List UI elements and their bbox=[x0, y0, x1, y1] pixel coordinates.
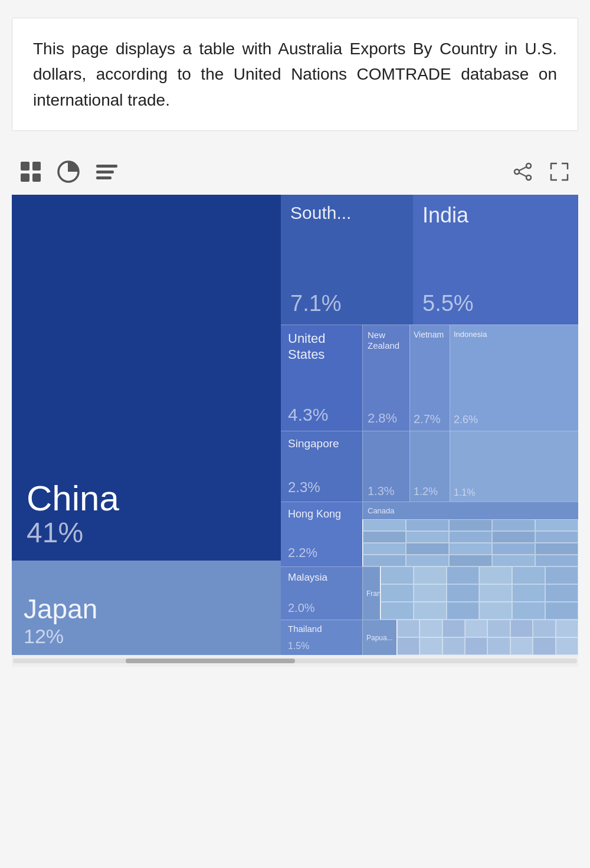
list-item[interactable] bbox=[510, 620, 533, 637]
list-item[interactable] bbox=[406, 519, 449, 531]
small1-pct: 1.3% bbox=[368, 484, 395, 498]
list-item[interactable] bbox=[492, 519, 535, 531]
list-item[interactable] bbox=[535, 531, 578, 543]
col-china: China 41% Japan 12% bbox=[12, 195, 281, 655]
list-item[interactable] bbox=[449, 555, 492, 566]
japan-pct: 12% bbox=[24, 625, 269, 648]
cell-malaysia[interactable]: Malaysia 2.0% bbox=[281, 566, 362, 620]
list-item[interactable] bbox=[492, 531, 535, 543]
list-item[interactable] bbox=[406, 531, 449, 543]
cell-china[interactable]: China 41% bbox=[12, 195, 281, 561]
cell-small-3[interactable]: 1.1% bbox=[450, 431, 578, 502]
list-item[interactable] bbox=[535, 555, 578, 566]
share-icon[interactable] bbox=[513, 162, 533, 182]
list-item[interactable] bbox=[447, 566, 480, 584]
list-item[interactable] bbox=[397, 637, 419, 655]
scrollbar-area[interactable] bbox=[12, 655, 578, 667]
list-item[interactable] bbox=[487, 637, 510, 655]
list-item[interactable] bbox=[479, 566, 512, 584]
cell-india[interactable]: India 5.5% bbox=[413, 195, 578, 325]
list-item[interactable] bbox=[363, 531, 406, 543]
list-item[interactable] bbox=[465, 637, 487, 655]
list-item[interactable] bbox=[487, 620, 510, 637]
cell-hk[interactable]: Hong Kong 2.2% bbox=[281, 502, 362, 566]
row-hk: Hong Kong 2.2% Canada bbox=[281, 502, 578, 566]
expand-icon[interactable] bbox=[549, 162, 569, 182]
list-item[interactable] bbox=[533, 620, 555, 637]
cell-small-1[interactable]: 1.3% bbox=[362, 431, 409, 502]
list-item[interactable] bbox=[492, 543, 535, 555]
list-item[interactable] bbox=[535, 543, 578, 555]
vietnam-pct: 2.7% bbox=[414, 412, 446, 426]
vietnam-label: Vietnam bbox=[414, 330, 446, 339]
row-thailand: Thailand 1.5% Papua... bbox=[281, 620, 578, 655]
cell-canada[interactable]: Canada bbox=[362, 502, 578, 519]
cell-indonesia[interactable]: Indonesia 2.6% bbox=[450, 325, 578, 431]
list-item[interactable] bbox=[535, 519, 578, 531]
list-item[interactable] bbox=[406, 543, 449, 555]
cell-us[interactable]: United States 4.3% bbox=[281, 325, 362, 431]
description-text: This page displays a table with Australi… bbox=[33, 36, 557, 113]
list-item[interactable] bbox=[419, 620, 442, 637]
list-item[interactable] bbox=[397, 620, 419, 637]
list-item[interactable] bbox=[479, 602, 512, 620]
list-item[interactable] bbox=[510, 637, 533, 655]
list-item[interactable] bbox=[414, 584, 447, 602]
list-item[interactable] bbox=[363, 543, 406, 555]
list-item[interactable] bbox=[363, 519, 406, 531]
list-item[interactable] bbox=[492, 555, 535, 566]
list-view-icon[interactable] bbox=[96, 165, 117, 179]
hk-label: Hong Kong bbox=[288, 508, 355, 520]
pie-chart-icon[interactable] bbox=[57, 161, 80, 183]
cell-small-2[interactable]: 1.2% bbox=[409, 431, 450, 502]
cell-thailand[interactable]: Thailand 1.5% bbox=[281, 620, 362, 655]
cell-nz[interactable]: New Zealand 2.8% bbox=[362, 325, 409, 431]
indonesia-label: Indonesia bbox=[454, 330, 575, 339]
list-item[interactable] bbox=[545, 584, 578, 602]
list-item[interactable] bbox=[512, 584, 545, 602]
list-item[interactable] bbox=[414, 566, 447, 584]
cell-france[interactable]: France bbox=[362, 566, 380, 620]
china-label: China bbox=[27, 481, 266, 516]
list-item[interactable] bbox=[442, 620, 465, 637]
cell-singapore[interactable]: Singapore 2.3% bbox=[281, 431, 362, 502]
cell-thailand-grid bbox=[396, 620, 578, 655]
list-item[interactable] bbox=[381, 584, 414, 602]
list-item[interactable] bbox=[512, 566, 545, 584]
cell-japan[interactable]: Japan 12% bbox=[12, 561, 281, 655]
list-item[interactable] bbox=[381, 566, 414, 584]
list-item[interactable] bbox=[449, 543, 492, 555]
list-item[interactable] bbox=[556, 620, 578, 637]
list-item[interactable] bbox=[414, 602, 447, 620]
singapore-label: Singapore bbox=[288, 437, 355, 450]
list-item[interactable] bbox=[447, 584, 480, 602]
svg-point-4 bbox=[526, 175, 531, 180]
list-item[interactable] bbox=[449, 519, 492, 531]
list-item[interactable] bbox=[479, 584, 512, 602]
list-item[interactable] bbox=[512, 602, 545, 620]
list-item[interactable] bbox=[406, 555, 449, 566]
row-us: United States 4.3% New Zealand 2.8% Viet… bbox=[281, 325, 578, 431]
list-item[interactable] bbox=[449, 531, 492, 543]
scrollbar-track[interactable] bbox=[13, 659, 577, 663]
list-item[interactable] bbox=[556, 637, 578, 655]
cell-vietnam[interactable]: Vietnam 2.7% bbox=[409, 325, 450, 431]
list-item[interactable] bbox=[381, 602, 414, 620]
scrollbar-thumb[interactable] bbox=[126, 659, 295, 663]
papua-label: Papua... bbox=[366, 634, 393, 642]
grid-view-icon[interactable] bbox=[21, 162, 41, 182]
cell-south-korea[interactable]: South... 7.1% bbox=[281, 195, 413, 325]
nz-pct: 2.8% bbox=[368, 411, 405, 426]
malaysia-pct: 2.0% bbox=[288, 601, 355, 615]
list-item[interactable] bbox=[545, 602, 578, 620]
treemap-wrapper: China 41% Japan 12% South... 7.1% India … bbox=[12, 195, 578, 655]
list-item[interactable] bbox=[363, 555, 406, 566]
list-item[interactable] bbox=[447, 602, 480, 620]
us-label: United States bbox=[288, 331, 355, 362]
list-item[interactable] bbox=[533, 637, 555, 655]
cell-papua[interactable]: Papua... bbox=[362, 620, 396, 655]
list-item[interactable] bbox=[545, 566, 578, 584]
list-item[interactable] bbox=[465, 620, 487, 637]
list-item[interactable] bbox=[442, 637, 465, 655]
list-item[interactable] bbox=[419, 637, 442, 655]
